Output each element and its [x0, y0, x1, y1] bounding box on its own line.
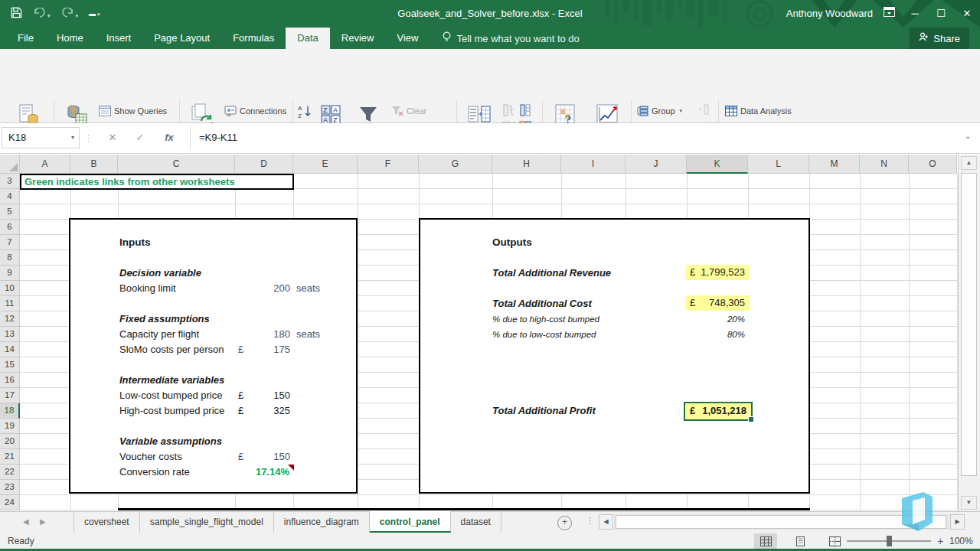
lowcost-label[interactable]: Low-cost bumped price — [119, 388, 222, 403]
booking-limit-label[interactable]: Booking limit — [119, 281, 176, 296]
column-header-H[interactable]: H — [492, 155, 561, 174]
row-header-24[interactable]: 24 — [0, 495, 20, 510]
name-box[interactable]: K18 ▾ — [2, 127, 80, 148]
column-header-B[interactable]: B — [70, 155, 118, 174]
zoom-level[interactable]: 100% — [949, 533, 973, 549]
cost-cell[interactable]: £ 748,305 — [685, 295, 750, 311]
column-header-L[interactable]: L — [748, 155, 809, 174]
scroll-up-icon[interactable]: ▲ — [961, 156, 977, 170]
conversion-value[interactable]: 17.14% — [230, 465, 289, 480]
zoom-in-icon[interactable]: + — [937, 535, 943, 547]
capacity-label[interactable]: Capacity per flight — [119, 327, 199, 342]
confirm-entry-icon[interactable]: ✓ — [130, 127, 150, 148]
row-header-9[interactable]: 9 — [0, 266, 20, 281]
formula-input[interactable]: =K9-K11 — [199, 127, 237, 148]
column-header-F[interactable]: F — [358, 155, 419, 174]
zoom-slider[interactable] — [847, 540, 931, 542]
sheet-nav-right-icon[interactable]: ▶ — [40, 517, 46, 526]
tab-data[interactable]: Data — [286, 28, 329, 49]
column-header-C[interactable]: C — [118, 155, 235, 174]
minimize-button[interactable]: ─ — [902, 0, 928, 28]
cost-label[interactable]: Total Additional Cost — [492, 296, 592, 311]
pct-low-label[interactable]: % due to low-cost bumped — [492, 327, 596, 342]
row-header-18[interactable]: 18 — [0, 403, 20, 419]
tab-review[interactable]: Review — [330, 28, 386, 49]
tab-file[interactable]: File — [6, 28, 45, 49]
tab-view[interactable]: View — [385, 28, 430, 49]
sheet-nav-left-icon[interactable]: ◀ — [23, 517, 29, 526]
row-header-6[interactable]: 6 — [0, 220, 20, 235]
show-queries-button[interactable]: Show Queries — [98, 103, 167, 119]
hscroll-left-icon[interactable]: ◀ — [599, 514, 613, 530]
column-header-E[interactable]: E — [293, 155, 358, 174]
column-header-A[interactable]: A — [20, 155, 70, 174]
capacity-value[interactable]: 180 — [235, 327, 290, 342]
sheet-tab-control-panel[interactable]: control_panel — [370, 511, 451, 533]
inputs-title[interactable]: Inputs — [119, 235, 151, 250]
column-header-D[interactable]: D — [235, 155, 293, 174]
flash-fill-icon[interactable] — [502, 104, 514, 119]
voucher-value[interactable]: 150 — [235, 449, 290, 465]
zoom-slider-thumb[interactable] — [887, 536, 892, 546]
highcost-label[interactable]: High-cost bumped price — [119, 403, 224, 419]
sheet-tab-sample-single-flight-model[interactable]: sample_single_flight_model — [140, 511, 274, 533]
row-header-17[interactable]: 17 — [0, 388, 20, 403]
select-all-corner[interactable] — [0, 155, 20, 174]
row-header-3[interactable]: 3 — [0, 174, 20, 189]
inputs-section-decision[interactable]: Decision variable — [119, 266, 201, 281]
row-header-10[interactable]: 10 — [0, 281, 20, 296]
maximize-button[interactable]: ☐ — [928, 0, 954, 28]
column-header-O[interactable]: O — [909, 155, 957, 174]
data-analysis-button[interactable]: Data Analysis — [724, 103, 792, 119]
revenue-cell[interactable]: £ 1,799,523 — [685, 265, 750, 280]
row-header-5[interactable]: 5 — [0, 204, 20, 220]
column-header-G[interactable]: G — [419, 155, 492, 174]
column-header-J[interactable]: J — [626, 155, 687, 174]
scroll-down-icon[interactable]: ▼ — [961, 496, 977, 510]
sheet-tab-dataset[interactable]: dataset — [451, 511, 501, 533]
revenue-label[interactable]: Total Additional Revenue — [492, 266, 611, 281]
tell-me-box[interactable]: Tell me what you want to do — [430, 28, 579, 49]
row-header-22[interactable]: 22 — [0, 465, 20, 480]
pct-low-value[interactable]: 80% — [685, 327, 745, 342]
row-header-19[interactable]: 19 — [0, 419, 20, 434]
row-header-12[interactable]: 12 — [0, 311, 20, 327]
inputs-section-intermediate[interactable]: Intermediate variables — [119, 373, 224, 388]
conversion-label[interactable]: Conversion rate — [119, 465, 190, 480]
group-button[interactable]: Group▾ — [635, 103, 682, 119]
name-box-dropdown-icon[interactable]: ▾ — [71, 128, 74, 148]
hscroll-right-icon[interactable]: ▶ — [950, 514, 965, 530]
column-header-M[interactable]: M — [809, 155, 860, 174]
column-header-N[interactable]: N — [860, 155, 909, 174]
page-layout-view-icon[interactable] — [789, 533, 812, 549]
column-header-K[interactable]: K — [687, 155, 748, 174]
highcost-value[interactable]: 325 — [235, 403, 290, 419]
slomo-label[interactable]: SloMo costs per person — [119, 342, 224, 357]
cancel-entry-icon[interactable]: ✕ — [103, 127, 122, 148]
tab-insert[interactable]: Insert — [95, 28, 143, 49]
sort-ascending-button[interactable]: AZ — [297, 104, 314, 121]
row-header-20[interactable]: 20 — [0, 434, 20, 449]
voucher-label[interactable]: Voucher costs — [119, 449, 182, 465]
row-header-8[interactable]: 8 — [0, 250, 20, 266]
insert-function-icon[interactable]: fx — [159, 127, 179, 148]
normal-view-icon[interactable] — [754, 533, 777, 549]
booking-limit-value[interactable]: 200 — [235, 281, 290, 296]
tab-formulas[interactable]: Formulas — [221, 28, 286, 49]
fill-handle[interactable] — [748, 416, 754, 422]
ribbon-display-options-icon[interactable] — [876, 0, 902, 28]
row-header-14[interactable]: 14 — [0, 342, 20, 357]
remove-duplicates-icon[interactable] — [519, 104, 531, 119]
row-header-15[interactable]: 15 — [0, 357, 20, 373]
column-header-I[interactable]: I — [561, 155, 626, 174]
pct-high-value[interactable]: 20% — [685, 311, 745, 327]
pct-high-label[interactable]: % due to high-cost bumped — [492, 311, 599, 327]
connections-button[interactable]: Connections — [224, 103, 286, 119]
inputs-section-fixed[interactable]: Fixed assumptions — [119, 311, 210, 327]
profit-label[interactable]: Total Additional Profit — [492, 403, 596, 419]
sheet-tab-influence-diagram[interactable]: influence_diagram — [274, 511, 370, 533]
lowcost-value[interactable]: 150 — [235, 388, 290, 403]
cell-note-a3[interactable]: Green indicates links from other workshe… — [20, 174, 294, 190]
share-button[interactable]: Share — [910, 28, 969, 49]
row-header-16[interactable]: 16 — [0, 373, 20, 388]
